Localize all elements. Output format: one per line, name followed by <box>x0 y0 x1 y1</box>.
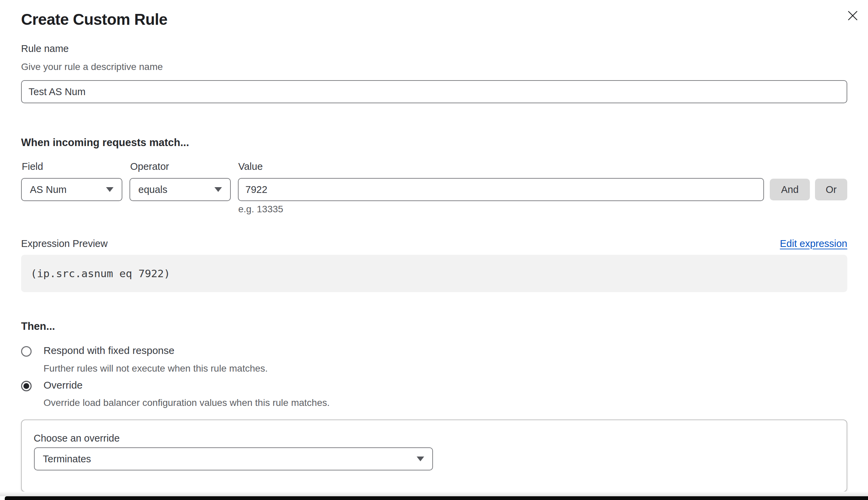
chevron-down-icon <box>417 456 424 461</box>
and-button[interactable]: And <box>770 179 810 201</box>
value-input[interactable] <box>238 178 764 201</box>
value-hint: e.g. 13335 <box>238 204 283 215</box>
choose-override-label: Choose an override <box>34 433 120 444</box>
field-select-value: AS Num <box>30 184 106 195</box>
radio-button-fixed-response[interactable] <box>21 346 32 357</box>
edit-expression-link[interactable]: Edit expression <box>780 238 847 249</box>
match-section-heading: When incoming requests match... <box>21 137 189 149</box>
operator-label: Operator <box>130 161 169 172</box>
override-select-value: Terminates <box>43 453 417 465</box>
radio-button-override[interactable] <box>21 381 32 391</box>
close-button[interactable] <box>845 8 860 23</box>
rule-name-input[interactable] <box>21 80 847 103</box>
field-select[interactable]: AS Num <box>21 178 122 201</box>
operator-select[interactable]: equals <box>129 178 231 201</box>
option-description-fixed-response: Further rules will not execute when this… <box>44 363 268 374</box>
operator-select-value: equals <box>138 184 214 195</box>
dialog-bottom-shadow <box>0 491 868 496</box>
override-config-panel: Choose an override Terminates <box>21 420 847 492</box>
option-label-override[interactable]: Override <box>44 379 82 391</box>
page-title: Create Custom Rule <box>21 10 168 29</box>
chevron-down-icon <box>214 187 222 192</box>
expression-preview-label: Expression Preview <box>21 238 108 249</box>
chevron-down-icon <box>106 187 113 192</box>
or-button[interactable]: Or <box>815 179 847 201</box>
value-label: Value <box>238 161 263 172</box>
expression-code: (ip.src.asnum eq 7922) <box>31 267 170 280</box>
option-label-fixed-response[interactable]: Respond with fixed response <box>44 345 174 356</box>
rule-name-description: Give your rule a descriptive name <box>21 61 163 72</box>
rule-name-label: Rule name <box>21 43 69 54</box>
expression-preview-block: (ip.src.asnum eq 7922) <box>21 255 847 292</box>
override-select[interactable]: Terminates <box>34 447 433 470</box>
close-icon <box>848 11 858 21</box>
then-section-heading: Then... <box>21 320 55 332</box>
create-custom-rule-dialog: Create Custom Rule Rule name Give your r… <box>0 0 868 500</box>
field-label: Field <box>22 161 43 172</box>
option-description-override: Override load balancer configuration val… <box>44 397 330 408</box>
backdrop-edge-bar <box>5 496 868 500</box>
